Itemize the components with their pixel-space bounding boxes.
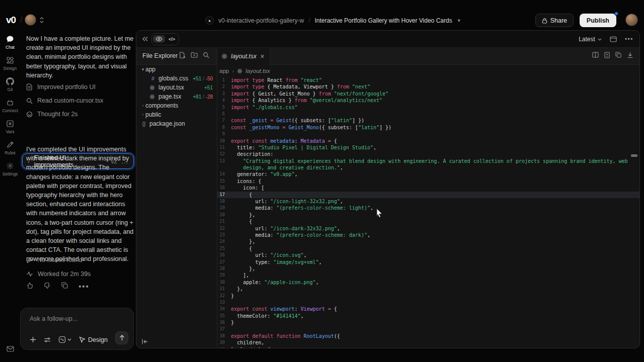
file-diff-icon[interactable]: [604, 52, 610, 58]
chat-title[interactable]: Interactive Portfolio Gallery with Hover…: [314, 17, 452, 24]
sidebar-item-chat[interactable]: Chat: [0, 35, 20, 50]
code-line-40[interactable]: 40}: Readonly<{: [217, 346, 639, 348]
plus-icon[interactable]: [30, 336, 36, 343]
code-line-39[interactable]: 39 children,: [217, 339, 639, 346]
thumbs-up-icon[interactable]: [26, 282, 33, 291]
sidebar-item-settings[interactable]: Settings: [0, 162, 20, 176]
tree-item-page-tsx[interactable]: page.tsx+81 / -28: [136, 92, 217, 101]
avatar[interactable]: [25, 14, 36, 26]
code-line-28[interactable]: 28 },: [217, 265, 639, 272]
tree-item-components[interactable]: ›components: [136, 101, 217, 110]
code-line-15[interactable]: 15 icons: {: [217, 178, 639, 185]
tree-item-app[interactable]: ▾app: [136, 65, 217, 74]
code-line-6[interactable]: 6: [217, 111, 639, 117]
search-icon[interactable]: [203, 52, 209, 58]
preview-eye-toggle[interactable]: [153, 35, 165, 43]
collapse-panel-icon[interactable]: [142, 36, 148, 42]
thumbs-down-icon[interactable]: [44, 282, 51, 291]
tree-item-globals-css[interactable]: #globals.css+51 / -50: [136, 74, 217, 83]
followup-input[interactable]: [30, 315, 125, 322]
new-folder-icon[interactable]: [191, 52, 198, 58]
code-line-34[interactable]: 34export const viewport: Viewport = {: [217, 306, 639, 312]
code-line-2[interactable]: 2import type { Metadata, Viewport } from…: [217, 83, 639, 90]
design-mode-button[interactable]: Design: [79, 336, 108, 343]
code-breadcrumb: app › layout.tsx: [217, 65, 639, 77]
code-line-25[interactable]: 25 {: [217, 245, 639, 252]
code-line-17[interactable]: 17 {: [217, 192, 639, 198]
code-line-36[interactable]: 36}: [217, 319, 639, 326]
breadcrumb-folder[interactable]: app: [219, 68, 229, 74]
code-line-26[interactable]: 26 url: "/icon.svg",: [217, 252, 639, 258]
tree-item-public[interactable]: ›public: [136, 110, 217, 119]
code-line-16[interactable]: 16 icon: [: [217, 185, 639, 191]
code-line-24[interactable]: 24 },: [217, 238, 639, 245]
code-line-27[interactable]: 27 type: "image/svg+xml",: [217, 259, 639, 265]
split-editor-icon[interactable]: [592, 52, 599, 58]
code-line-20[interactable]: 20 },: [217, 212, 639, 218]
code-line-11[interactable]: 11 title: "Studio Pixel | Digital Design…: [217, 144, 639, 151]
code-line-3[interactable]: 3import { Geist, Geist_Mono } from "next…: [217, 90, 639, 97]
close-icon[interactable]: ✕: [260, 53, 265, 60]
code-line-10[interactable]: 10export const metadata: Metadata = {: [217, 138, 639, 144]
code-line-9[interactable]: 9: [217, 131, 639, 137]
code-line-29[interactable]: 29 ],: [217, 272, 639, 279]
share-button[interactable]: Share: [535, 14, 574, 27]
code-line-21[interactable]: 21 {: [217, 218, 639, 225]
tab-layout-tsx[interactable]: layout.tsx ✕: [216, 48, 270, 65]
chevron-down-icon[interactable]: ▼: [457, 18, 461, 23]
code-line-7[interactable]: 7const _geist = Geist({ subsets: ["latin…: [217, 117, 639, 124]
collapse-explorer-icon[interactable]: [141, 338, 148, 345]
sidebar-item-git[interactable]: Git: [0, 77, 20, 92]
copy-icon[interactable]: [61, 282, 68, 291]
code-line-32[interactable]: 32}: [217, 293, 639, 299]
mail-icon[interactable]: [7, 346, 14, 352]
version-selector[interactable]: Latest: [579, 36, 602, 43]
code-line-5[interactable]: 5import "./globals.css": [217, 104, 639, 111]
code-line-1[interactable]: 1import type React from "react": [217, 77, 639, 83]
chat-step-thought[interactable]: Thought for 2s: [26, 111, 78, 118]
more-icon[interactable]: •••: [78, 282, 89, 291]
code-line-4[interactable]: 4import { Analytics } from "@vercel/anal…: [217, 97, 639, 104]
code-line-12[interactable]: 12 description:: [217, 151, 639, 157]
code-line-37[interactable]: 37: [217, 326, 639, 332]
sliders-icon[interactable]: [44, 337, 51, 343]
breadcrumb-file[interactable]: layout.tsx: [246, 68, 270, 74]
project-name[interactable]: v0-interactive-portfolio-gallery-w: [218, 17, 304, 24]
tree-item-layout-tsx[interactable]: layout.tsx+51: [136, 83, 217, 92]
workspace-switcher-icon[interactable]: [39, 17, 44, 24]
browser-window-icon[interactable]: [610, 36, 617, 42]
vercel-project-icon[interactable]: ▲: [205, 16, 214, 25]
code-line-31[interactable]: 31 },: [217, 286, 639, 292]
code-line-19[interactable]: 19 media: "(prefers-color-scheme: light)…: [217, 205, 639, 211]
chat-step-file[interactable]: Improved portfolio UI: [26, 83, 96, 90]
v0-logo[interactable]: v0: [6, 15, 16, 26]
code-line-8[interactable]: 8const _geistMono = Geist_Mono({ subsets…: [217, 124, 639, 131]
more-icon[interactable]: •••: [625, 36, 633, 43]
tree-item-package-json[interactable]: {}package.json: [136, 119, 217, 128]
send-button[interactable]: [115, 331, 128, 344]
publish-button[interactable]: Publish: [580, 14, 616, 27]
code-line-38[interactable]: 38export default function RootLayout({: [217, 333, 639, 339]
code-line-wrap[interactable]: design, and creative direction.",: [217, 164, 639, 171]
code-line-13[interactable]: 13 "Crafting digital experiences that bl…: [217, 158, 639, 164]
sidebar-item-connect[interactable]: Connect: [0, 99, 20, 113]
download-icon[interactable]: [627, 52, 633, 58]
code-line-23[interactable]: 23 media: "(prefers-color-scheme: dark)"…: [217, 232, 639, 238]
sidebar-item-vars[interactable]: Vars: [0, 120, 20, 134]
sidebar-item-design[interactable]: Design: [0, 56, 20, 71]
code-line-14[interactable]: 14 generator: "v0.app",: [217, 171, 639, 177]
sidebar-item-rules[interactable]: Rules: [0, 141, 20, 155]
code-line-30[interactable]: 30 apple: "/apple-icon.png",: [217, 279, 639, 286]
user-avatar[interactable]: [625, 14, 638, 26]
scrollbar-thumb[interactable]: [631, 154, 637, 157]
code-line-33[interactable]: 33: [217, 299, 639, 306]
new-file-icon[interactable]: [179, 52, 186, 58]
code-editor[interactable]: 1import type React from "react"2import t…: [217, 77, 639, 348]
code-line-18[interactable]: 18 url: "/icon-light-32x32.png",: [217, 198, 639, 205]
code-line-22[interactable]: 22 url: "/icon-dark-32x32.png",: [217, 225, 639, 232]
model-selector[interactable]: [58, 336, 71, 343]
code-line-35[interactable]: 35 themeColor: "#141414",: [217, 313, 639, 319]
chat-step-read[interactable]: Read custom-cursor.tsx: [26, 97, 103, 104]
copy-icon[interactable]: [615, 52, 621, 58]
code-toggle[interactable]: </>: [166, 36, 178, 43]
